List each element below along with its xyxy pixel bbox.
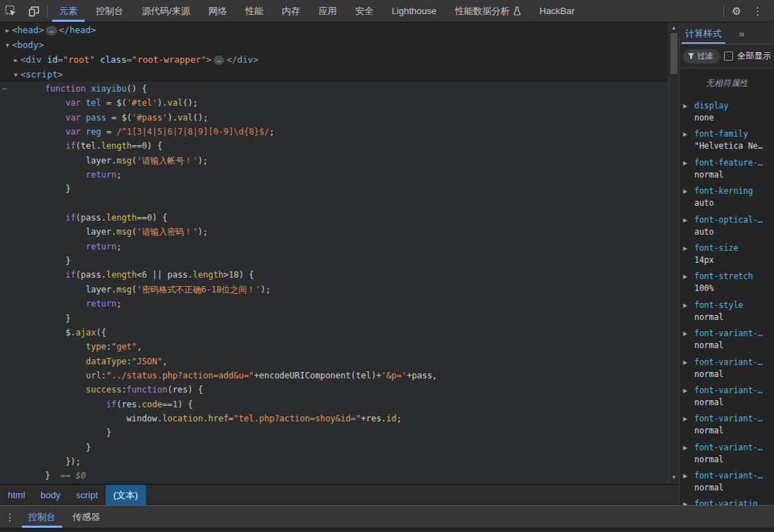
property-expand-icon[interactable]: ▶	[683, 245, 687, 252]
drawer-tab-sensors[interactable]: 传感器	[64, 506, 109, 528]
property-expand-icon[interactable]: ▶	[683, 416, 687, 422]
code-line[interactable]: } == $0	[45, 469, 668, 483]
computed-property-row[interactable]: ▶font-stretch100%	[680, 268, 774, 296]
property-expand-icon[interactable]: ▶	[683, 330, 687, 337]
computed-property-row[interactable]: ▶font-variant-…normal	[680, 439, 774, 467]
code-line[interactable]: layer.msg('密码格式不正确6-18位之间！');	[45, 283, 668, 297]
property-expand-icon[interactable]: ▶	[683, 131, 687, 137]
property-expand-icon[interactable]: ▶	[683, 445, 687, 451]
dom-tree-node[interactable]: ▶<div id="root" class="root-wrapper">…</…	[0, 52, 668, 67]
tab-lighthouse[interactable]: Lighthouse	[383, 0, 446, 22]
computed-property-row[interactable]: ▶font-feature-…normal	[680, 154, 774, 183]
scroll-up-icon[interactable]: ▲	[669, 25, 679, 31]
scroll-down-icon[interactable]: ▼	[669, 474, 679, 481]
code-line[interactable]: }	[45, 440, 668, 454]
drawer-tab-console[interactable]: 控制台	[20, 506, 64, 528]
computed-property-row[interactable]: ▶font-variant-…normal	[680, 467, 774, 495]
property-expand-icon[interactable]: ▶	[683, 160, 687, 166]
elements-dom-tree[interactable]: ▶<head>…</head>▼<body>▶<div id="root" cl…	[0, 23, 668, 484]
tab-sources[interactable]: 源代码/来源	[133, 0, 199, 22]
code-line[interactable]: layer.msg('请输入帐号！');	[45, 154, 668, 168]
code-line[interactable]: type:"get",	[45, 340, 668, 354]
tab-memory[interactable]: 内存	[273, 0, 309, 22]
code-line[interactable]: if(pass.length<6 || pass.length>18) {	[45, 268, 668, 282]
script-source-block[interactable]: … function xiayibu() { var tel = $('#tel…	[0, 82, 668, 483]
inline-expand-icon[interactable]: …	[46, 26, 56, 35]
main-menu-kebab-icon[interactable]: ⋮	[747, 5, 768, 18]
tab-computed-styles[interactable]: 计算样式	[680, 23, 727, 44]
more-tabs-icon[interactable]: »	[739, 27, 744, 39]
computed-property-row[interactable]: ▶font-family"Helvetica Ne…	[680, 125, 774, 154]
code-line[interactable]: if(tel.length==0) {	[45, 139, 668, 153]
expanded-arrow-icon[interactable]: ▼	[11, 68, 20, 82]
code-line[interactable]: });	[45, 454, 668, 469]
breadcrumb-item[interactable]: (文本)	[106, 485, 146, 505]
computed-property-row[interactable]: ▶font-stylenormal	[680, 297, 774, 325]
computed-property-row[interactable]: ▶font-optical-…auto	[680, 211, 774, 240]
code-line[interactable]: window.location.href="tel.php?action=sho…	[45, 412, 668, 426]
code-line[interactable]: return;	[45, 168, 668, 182]
code-line[interactable]: }	[45, 426, 668, 440]
property-expand-icon[interactable]: ▶	[683, 388, 687, 394]
code-line[interactable]: dataType:"JSON",	[45, 354, 668, 369]
toggle-device-toolbar-icon[interactable]	[23, 0, 45, 22]
overflow-menu-partial-icon[interactable]: ⋮	[768, 5, 774, 18]
breadcrumb-item[interactable]: html	[0, 485, 33, 505]
property-expand-icon[interactable]: ▶	[683, 103, 687, 109]
code-line[interactable]: success:function(res) {	[45, 383, 668, 397]
code-line[interactable]	[45, 197, 668, 211]
dom-tree-node[interactable]: ▶<head>…</head>	[0, 23, 668, 37]
code-line[interactable]: url:"../status.php?action=add&u="+encode…	[45, 369, 668, 383]
code-line[interactable]: var tel = $('#tel').val();	[45, 96, 668, 110]
computed-property-row[interactable]: ▶displaynone	[680, 97, 774, 125]
computed-property-row[interactable]: ▶font-variant-…normal	[680, 354, 774, 382]
breadcrumb-item[interactable]: body	[33, 485, 68, 505]
property-expand-icon[interactable]: ▶	[683, 188, 687, 194]
code-fold-icon[interactable]: …	[2, 82, 7, 92]
drawer-menu-kebab-icon[interactable]: ⋮	[0, 512, 20, 523]
breadcrumb-item[interactable]: script	[68, 485, 106, 505]
dom-tree-node[interactable]: ▼<script>	[0, 67, 668, 82]
tab-hackbar[interactable]: HackBar	[530, 0, 584, 22]
tab-performance-insights[interactable]: 性能数据分析	[446, 0, 530, 22]
code-line[interactable]: function xiayibu() {	[45, 82, 668, 96]
code-line[interactable]: }	[45, 254, 668, 268]
property-expand-icon[interactable]: ▶	[683, 302, 687, 309]
code-line[interactable]: var reg = /^1[3|4|5|6|7|8|9][0-9]\d{8}$/…	[45, 125, 668, 139]
settings-gear-icon[interactable]: ⚙	[726, 5, 747, 18]
computed-property-row[interactable]: ▶font-variatio…	[680, 495, 774, 505]
expanded-arrow-icon[interactable]: ▼	[3, 38, 12, 53]
tab-performance[interactable]: 性能	[236, 0, 273, 22]
inline-expand-icon[interactable]: …	[214, 56, 224, 65]
property-expand-icon[interactable]: ▶	[683, 473, 687, 479]
tab-application[interactable]: 应用	[309, 0, 346, 22]
tab-network[interactable]: 网络	[199, 0, 236, 22]
computed-property-row[interactable]: ▶font-variant-…normal	[680, 382, 774, 410]
tab-security[interactable]: 安全	[346, 0, 383, 22]
computed-property-row[interactable]: ▶font-size14px	[680, 240, 774, 268]
show-all-checkbox[interactable]	[724, 51, 733, 61]
computed-property-row[interactable]: ▶font-variant-…normal	[680, 325, 774, 353]
computed-property-row[interactable]: ▶font-kerningauto	[680, 183, 774, 211]
collapsed-arrow-icon[interactable]: ▶	[11, 53, 20, 68]
filter-input[interactable]: 过滤	[683, 49, 720, 63]
property-expand-icon[interactable]: ▶	[683, 217, 687, 223]
collapsed-arrow-icon[interactable]: ▶	[3, 23, 12, 38]
code-line[interactable]: var pass = $('#pass').val();	[45, 111, 668, 125]
code-line[interactable]: $.ajax({	[45, 326, 668, 340]
scrollbar-thumb[interactable]	[670, 33, 677, 74]
tab-elements[interactable]: 元素	[50, 0, 87, 22]
code-line[interactable]: return;	[45, 297, 668, 311]
code-line[interactable]: return;	[45, 240, 668, 254]
code-line[interactable]: if(res.code==1) {	[45, 397, 668, 412]
code-line[interactable]: }	[45, 182, 668, 196]
code-line[interactable]: if(pass.length==0) {	[45, 211, 668, 225]
tab-console[interactable]: 控制台	[87, 0, 133, 22]
dom-tree-node[interactable]: ▼<body>	[0, 37, 668, 52]
inspect-element-icon[interactable]	[0, 0, 23, 22]
code-line[interactable]: }	[45, 311, 668, 326]
scrollbar[interactable]: ▲ ▼	[668, 23, 679, 484]
property-expand-icon[interactable]: ▶	[683, 273, 687, 280]
computed-property-row[interactable]: ▶font-variant-…normal	[680, 410, 774, 438]
code-line[interactable]: layer.msg('请输入密码！');	[45, 225, 668, 239]
